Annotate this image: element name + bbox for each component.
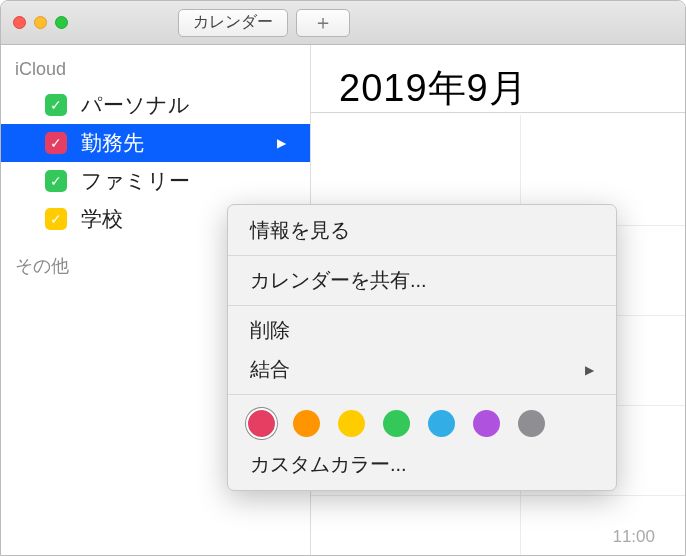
time-label: 11:00 bbox=[612, 527, 655, 547]
content-area: iCloud ✓ パーソナル ✓ 勤務先 ▶ ✓ ファミリー ✓ 学校 その他 … bbox=[1, 45, 685, 555]
close-button[interactable] bbox=[13, 16, 26, 29]
titlebar: カレンダー ＋ bbox=[1, 1, 685, 45]
menu-item-merge[interactable]: 結合 ▶ bbox=[228, 350, 616, 389]
sidebar-section-icloud: iCloud bbox=[1, 55, 310, 86]
grid-line bbox=[311, 495, 685, 496]
menu-item-label: 結合 bbox=[250, 356, 290, 383]
color-swatch-blue[interactable] bbox=[428, 410, 455, 437]
chevron-right-icon: ▶ bbox=[585, 363, 594, 377]
minimize-button[interactable] bbox=[34, 16, 47, 29]
sidebar-item-label: 学校 bbox=[81, 205, 123, 233]
color-swatch-purple[interactable] bbox=[473, 410, 500, 437]
app-window: カレンダー ＋ iCloud ✓ パーソナル ✓ 勤務先 ▶ ✓ ファミリー ✓… bbox=[0, 0, 686, 556]
calendars-button[interactable]: カレンダー bbox=[178, 9, 288, 37]
menu-item-custom-color[interactable]: カスタムカラー... bbox=[228, 445, 616, 484]
chevron-right-icon: ▶ bbox=[277, 136, 286, 150]
menu-item-label: 情報を見る bbox=[250, 217, 350, 244]
menu-item-label: カレンダーを共有... bbox=[250, 267, 427, 294]
menu-separator bbox=[228, 255, 616, 256]
checkbox-icon[interactable]: ✓ bbox=[45, 208, 67, 230]
sidebar-item-personal[interactable]: ✓ パーソナル bbox=[1, 86, 310, 124]
checkbox-icon[interactable]: ✓ bbox=[45, 132, 67, 154]
divider bbox=[311, 112, 685, 113]
checkbox-icon[interactable]: ✓ bbox=[45, 94, 67, 116]
color-swatch-green[interactable] bbox=[383, 410, 410, 437]
menu-item-delete[interactable]: 削除 bbox=[228, 311, 616, 350]
menu-item-label: カスタムカラー... bbox=[250, 451, 407, 478]
menu-item-label: 削除 bbox=[250, 317, 290, 344]
context-menu: 情報を見る カレンダーを共有... 削除 結合 ▶ bbox=[227, 204, 617, 491]
color-swatch-gray[interactable] bbox=[518, 410, 545, 437]
sidebar-item-label: パーソナル bbox=[81, 91, 190, 119]
zoom-button[interactable] bbox=[55, 16, 68, 29]
menu-separator bbox=[228, 394, 616, 395]
toolbar: カレンダー ＋ bbox=[178, 9, 358, 37]
sidebar-item-work[interactable]: ✓ 勤務先 ▶ bbox=[1, 124, 310, 162]
sidebar-item-label: 勤務先 bbox=[81, 129, 144, 157]
checkbox-icon[interactable]: ✓ bbox=[45, 170, 67, 192]
add-event-button[interactable]: ＋ bbox=[296, 9, 350, 37]
color-swatch-row bbox=[228, 400, 616, 445]
color-swatch-orange[interactable] bbox=[293, 410, 320, 437]
menu-separator bbox=[228, 305, 616, 306]
color-swatch-red[interactable] bbox=[248, 410, 275, 437]
menu-item-share[interactable]: カレンダーを共有... bbox=[228, 261, 616, 300]
window-controls bbox=[13, 16, 68, 29]
month-title: 2019年9月 bbox=[339, 63, 685, 114]
sidebar-item-family[interactable]: ✓ ファミリー bbox=[1, 162, 310, 200]
sidebar-item-label: ファミリー bbox=[81, 167, 190, 195]
menu-item-view-info[interactable]: 情報を見る bbox=[228, 211, 616, 250]
color-swatch-yellow[interactable] bbox=[338, 410, 365, 437]
